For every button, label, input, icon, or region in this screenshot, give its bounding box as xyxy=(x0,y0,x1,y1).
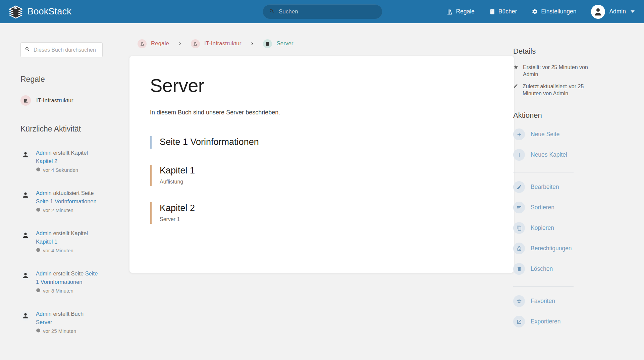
search-icon xyxy=(269,8,275,15)
sidebar-item-shelf[interactable]: IT-Infrastruktur xyxy=(20,95,103,106)
breadcrumb-label: Server xyxy=(276,40,293,47)
delete-button[interactable]: Löschen xyxy=(513,263,604,275)
pencil-icon xyxy=(513,84,518,97)
right-sidebar: Details Erstellt: vor 25 Minuten von Adm… xyxy=(513,23,604,327)
content-item-subtitle: Auflistung xyxy=(160,179,493,185)
sort-button[interactable]: Sortieren xyxy=(513,202,604,213)
page-title: Server xyxy=(150,74,493,96)
content-item-title: Kapitel 1 xyxy=(160,165,493,176)
content-item-page[interactable]: Seite 1 Vorinformationen xyxy=(150,136,493,149)
content-item-title: Kapitel 2 xyxy=(160,203,493,213)
avatar xyxy=(20,150,31,160)
avatar xyxy=(20,270,31,280)
global-search xyxy=(263,4,382,19)
book-search xyxy=(20,42,103,57)
nav-books-label: Bücher xyxy=(498,8,517,15)
activity-time: vor 25 Minuten xyxy=(43,327,76,335)
avatar xyxy=(20,230,31,240)
details-meta: Erstellt: vor 25 Minuten von Admin Zulet… xyxy=(513,64,604,97)
app-logo[interactable]: BookStack xyxy=(8,5,71,19)
bookshelf-icon xyxy=(138,39,147,48)
divider xyxy=(513,286,574,287)
book-contents: Seite 1 Vorinformationen Kapitel 1 Aufli… xyxy=(150,136,493,224)
new-chapter-button[interactable]: Neues Kapitel xyxy=(513,149,604,161)
lock-icon xyxy=(513,243,525,254)
divider xyxy=(513,172,574,172)
chevron-right-icon xyxy=(249,41,255,47)
action-label: Favoriten xyxy=(531,298,555,305)
breadcrumb-label: IT-Infrastruktur xyxy=(204,40,241,47)
user-menu[interactable]: Admin xyxy=(591,5,635,19)
activity-action: erstellt Buch xyxy=(53,311,84,317)
global-search-input[interactable] xyxy=(279,8,376,15)
nav-settings-label: Einstellungen xyxy=(541,8,576,15)
content-item-chapter[interactable]: Kapitel 2 Server 1 xyxy=(150,202,493,224)
breadcrumb-book[interactable]: Server xyxy=(263,39,293,48)
activity-actor-link[interactable]: Admin xyxy=(36,150,52,156)
nav-settings[interactable]: Einstellungen xyxy=(532,8,576,15)
activity-action: aktualisiert Seite xyxy=(53,190,94,196)
search-icon xyxy=(25,47,30,53)
new-page-button[interactable]: Neue Seite xyxy=(513,128,604,140)
action-label: Neues Kapitel xyxy=(531,151,567,158)
actions-list: Neue Seite Neues Kapitel Bearbeiten So xyxy=(513,128,604,327)
book-search-input[interactable] xyxy=(34,47,98,53)
favourite-button[interactable]: Favoriten xyxy=(513,295,604,307)
nav-shelves-label: Regale xyxy=(456,8,474,15)
export-icon xyxy=(513,316,525,327)
actions-heading: Aktionen xyxy=(513,111,604,120)
activity-actor-link[interactable]: Admin xyxy=(36,190,52,196)
star-outline-icon xyxy=(513,295,525,307)
activity-item: Admin erstellt Seite Seite 1 Vorinformat… xyxy=(20,269,103,295)
details-heading: Details xyxy=(513,47,604,56)
action-label: Exportieren xyxy=(531,318,561,325)
meta-updated-text: Zuletzt aktualisiert: vor 25 Minuten von… xyxy=(523,83,604,97)
activity-list: Admin erstellt Kapitel Kapitel 2 vor 4 S… xyxy=(20,149,103,335)
star-icon xyxy=(513,64,519,78)
activity-actor-link[interactable]: Admin xyxy=(36,230,52,236)
activity-item: Admin aktualisiert Seite Seite 1 Vorinfo… xyxy=(20,189,103,214)
activity-target-link[interactable]: Kapitel 1 xyxy=(36,239,57,245)
activity-target-link[interactable]: Kapitel 2 xyxy=(36,158,57,164)
breadcrumb-label: Regale xyxy=(151,40,169,47)
activity-heading: Kürzliche Aktivität xyxy=(20,124,103,134)
nav-shelves[interactable]: Regale xyxy=(446,8,474,15)
avatar xyxy=(20,190,31,200)
nav-books[interactable]: Bücher xyxy=(489,8,517,15)
breadcrumb-shelves[interactable]: Regale xyxy=(138,39,169,48)
activity-actor-link[interactable]: Admin xyxy=(36,270,52,276)
bookshelf-icon xyxy=(191,39,200,48)
edit-button[interactable]: Bearbeiten xyxy=(513,181,604,193)
activity-item: Admin erstellt Buch Server vor 25 Minute… xyxy=(20,310,103,335)
copy-icon xyxy=(513,222,525,234)
shelves-heading: Regale xyxy=(20,75,103,84)
book-card: Server In diesem Buch sind unsere Server… xyxy=(129,56,514,273)
activity-action: erstellt Kapitel xyxy=(53,230,88,236)
clock-icon xyxy=(36,166,41,174)
shelf-label: IT-Infrastruktur xyxy=(36,97,73,104)
activity-target-link[interactable]: Seite 1 Vorinformationen xyxy=(36,198,97,204)
app-name: BookStack xyxy=(28,6,71,17)
activity-action: erstellt Kapitel xyxy=(53,150,88,156)
meta-created: Erstellt: vor 25 Minuten von Admin xyxy=(513,64,604,78)
left-sidebar: Regale IT-Infrastruktur Kürzliche Aktivi… xyxy=(20,23,103,335)
activity-item: Admin erstellt Kapitel Kapitel 2 vor 4 S… xyxy=(20,149,103,174)
action-label: Neue Seite xyxy=(531,131,560,138)
content-item-chapter[interactable]: Kapitel 1 Auflistung xyxy=(150,165,493,186)
activity-actor-link[interactable]: Admin xyxy=(36,311,52,317)
chevron-down-icon xyxy=(631,10,635,13)
action-label: Löschen xyxy=(531,265,553,272)
clock-icon xyxy=(36,247,41,255)
action-label: Kopieren xyxy=(531,224,554,232)
copy-button[interactable]: Kopieren xyxy=(513,222,604,234)
page-body: Regale IT-Infrastruktur Kürzliche Aktivi… xyxy=(0,23,644,335)
breadcrumb-shelf[interactable]: IT-Infrastruktur xyxy=(191,39,241,48)
top-header: BookStack Regale Bücher Einstellungen xyxy=(0,0,644,23)
permissions-button[interactable]: Berechtigungen xyxy=(513,243,604,254)
bookshelf-icon xyxy=(446,8,453,15)
bookstack-logo-icon xyxy=(8,5,23,19)
export-button[interactable]: Exportieren xyxy=(513,316,604,327)
clock-icon xyxy=(36,207,41,214)
action-label: Sortieren xyxy=(531,204,554,211)
activity-target-link[interactable]: Server xyxy=(36,319,52,325)
